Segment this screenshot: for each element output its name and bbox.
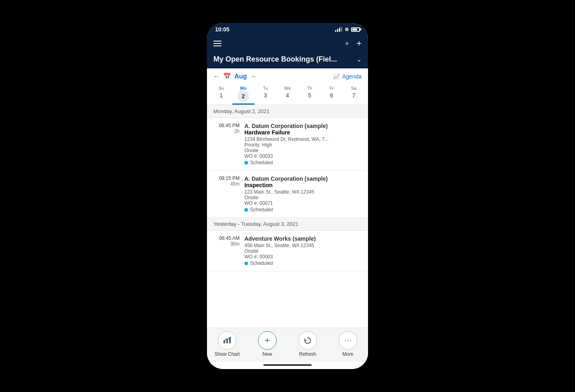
week-day-mo[interactable]: Mo 2 (232, 84, 254, 103)
agenda-button[interactable]: 📈 Agenda (333, 73, 362, 80)
week-day-tu[interactable]: Tu 3 (254, 84, 277, 103)
week-day-we[interactable]: We 4 (277, 84, 299, 103)
more-icon: ⋯ (339, 331, 357, 350)
header-actions: ⚬ + (344, 38, 362, 49)
week-day-name-mo: Mo (232, 86, 254, 91)
week-day-num-su: 1 (210, 91, 232, 100)
phone-frame: 10:05 ⊜ ⚬ + My Open Resource Booki (207, 23, 368, 369)
week-day-num-th: 5 (298, 91, 321, 100)
booking-address-1: 123 Main St., Seattle, WA 12345 (244, 189, 362, 195)
refresh-label: Refresh (299, 351, 316, 357)
status-label-0: Scheduled (250, 160, 273, 165)
week-day-sa[interactable]: Sa 7 (343, 84, 365, 103)
status-icons: ⊜ (335, 27, 360, 32)
booking-title-1: Inspection (244, 182, 362, 188)
title-bar: My Open Resource Bookings (Fiel... ⌄ (207, 54, 368, 68)
booking-wo-0: WO #: 00033 (244, 153, 362, 159)
calendar-month-label: Aug (234, 73, 247, 80)
booking-time-0: 06:45 PM 2h (213, 123, 240, 165)
week-day-name-su: Su (210, 86, 232, 91)
week-day-name-we: We (277, 86, 299, 91)
booking-type-1: Onsite (244, 195, 362, 200)
booking-details-2: Adventure Works (sample) 456 Main St., S… (244, 235, 362, 266)
new-label: New (263, 351, 272, 357)
week-day-num-fr: 6 (321, 91, 343, 100)
app-header: ⚬ + (207, 35, 368, 54)
week-day-num-we: 4 (277, 91, 299, 100)
week-day-name-tu: Tu (254, 86, 277, 91)
booking-time-value-1: 09:15 PM (213, 175, 240, 181)
agenda-icon: 📈 (333, 73, 340, 80)
day-header-0: Monday, August 2, 2021 (207, 105, 368, 118)
refresh-button[interactable]: Refresh (293, 331, 322, 357)
add-button[interactable]: + (356, 38, 362, 49)
booking-time-1: 09:15 PM 45m (213, 175, 240, 213)
refresh-icon (298, 331, 317, 350)
booking-duration-0: 2h (213, 128, 240, 134)
booking-time-2: 06:45 AM 30m (213, 235, 240, 266)
booking-address-2: 456 Main St., Seattle, WA 12345 (244, 243, 362, 248)
booking-company-2: Adventure Works (sample) (244, 235, 362, 242)
calendar-icon: 📅 (223, 72, 231, 80)
more-label: More (342, 351, 353, 357)
page-title: My Open Resource Bookings (Fiel... (213, 55, 337, 64)
day-header-label-1: Yesterday - Tuesday, August 3, 2021 (213, 221, 298, 227)
booking-address-0: 1234 Birchwood Dr, Redmond, WA, 7... (244, 136, 362, 142)
booking-list: Monday, August 2, 2021 06:45 PM 2h A. Da… (207, 105, 368, 328)
week-day-num-mo: 2 (238, 91, 249, 102)
booking-details-1: A. Datum Corporation (sample) Inspection… (244, 175, 362, 213)
status-dot-1 (244, 208, 248, 212)
week-day-name-th: Th (298, 86, 321, 91)
calendar-forward-button[interactable]: → (250, 73, 256, 80)
title-chevron-icon[interactable]: ⌄ (356, 56, 362, 63)
booking-duration-1: 45m (213, 181, 240, 187)
week-day-su[interactable]: Su 1 (210, 84, 232, 103)
calendar-back-button[interactable]: ← (213, 73, 220, 80)
new-icon: + (258, 331, 277, 350)
more-button[interactable]: ⋯ More (333, 331, 362, 357)
table-row[interactable]: 06:45 PM 2h A. Datum Corporation (sample… (207, 118, 368, 171)
booking-status-0: Scheduled (244, 160, 362, 165)
search-button[interactable]: ⚬ (344, 39, 350, 48)
status-dot-0 (244, 161, 248, 165)
calendar-nav: ← 📅 Aug → 📈 Agenda (207, 68, 368, 84)
week-day-num-tu: 3 (254, 91, 277, 100)
status-bar: 10:05 ⊜ (207, 23, 368, 35)
booking-wo-1: WO #: 00071 (244, 200, 362, 206)
hamburger-menu-button[interactable] (213, 41, 221, 46)
table-row[interactable]: 06:45 AM 30m Adventure Works (sample) 45… (207, 231, 368, 271)
signal-icon (335, 27, 342, 32)
booking-company-0: A. Datum Corporation (sample) (244, 123, 362, 129)
week-indicator-row (207, 103, 368, 105)
booking-type-2: Onsite (244, 248, 362, 254)
booking-details-0: A. Datum Corporation (sample) Hardware F… (244, 123, 362, 165)
home-bar (263, 364, 312, 366)
status-label-1: Scheduled (250, 207, 273, 213)
booking-status-2: Scheduled (244, 260, 362, 266)
show-chart-label: Show Chart (215, 351, 240, 357)
status-label-2: Scheduled (250, 260, 273, 266)
booking-status-1: Scheduled (244, 207, 362, 213)
week-day-name-sa: Sa (343, 86, 365, 91)
week-day-fr[interactable]: Fr 6 (321, 84, 343, 103)
bottom-toolbar: Show Chart + New Refresh ⋯ More (207, 328, 368, 362)
booking-wo-2: WO #: 00003 (244, 254, 362, 260)
status-dot-2 (244, 262, 248, 265)
week-day-num-sa: 7 (343, 91, 365, 100)
new-button[interactable]: + New (253, 331, 282, 357)
battery-icon (351, 27, 360, 32)
booking-time-value-0: 06:45 PM (213, 123, 240, 128)
agenda-label: Agenda (342, 73, 362, 80)
week-header: Su 1 Mo 2 Tu 3 We 4 Th 5 Fr 6 (207, 84, 368, 103)
booking-title-0: Hardware Failure (244, 129, 362, 136)
booking-time-value-2: 06:45 AM (213, 235, 240, 241)
table-row[interactable]: 09:15 PM 45m A. Datum Corporation (sampl… (207, 171, 368, 218)
booking-type-0: Onsite (244, 148, 362, 153)
booking-company-1: A. Datum Corporation (sample) (244, 175, 362, 182)
calendar-section: ← 📅 Aug → 📈 Agenda Su 1 Mo 2 Tu (207, 68, 368, 105)
show-chart-button[interactable]: Show Chart (213, 331, 242, 357)
week-day-th[interactable]: Th 5 (298, 84, 321, 103)
calendar-nav-left: ← 📅 Aug → (213, 72, 256, 80)
show-chart-icon (218, 331, 236, 350)
booking-duration-2: 30m (213, 241, 240, 247)
